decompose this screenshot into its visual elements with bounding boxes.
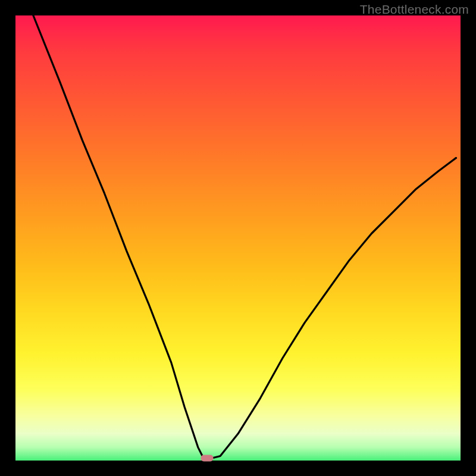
chart-root: TheBottleneck.com [0, 0, 476, 476]
optimal-marker [201, 455, 213, 462]
watermark-text: TheBottleneck.com [360, 2, 469, 17]
plot-area [15, 15, 461, 461]
bottleneck-curve [15, 15, 461, 461]
